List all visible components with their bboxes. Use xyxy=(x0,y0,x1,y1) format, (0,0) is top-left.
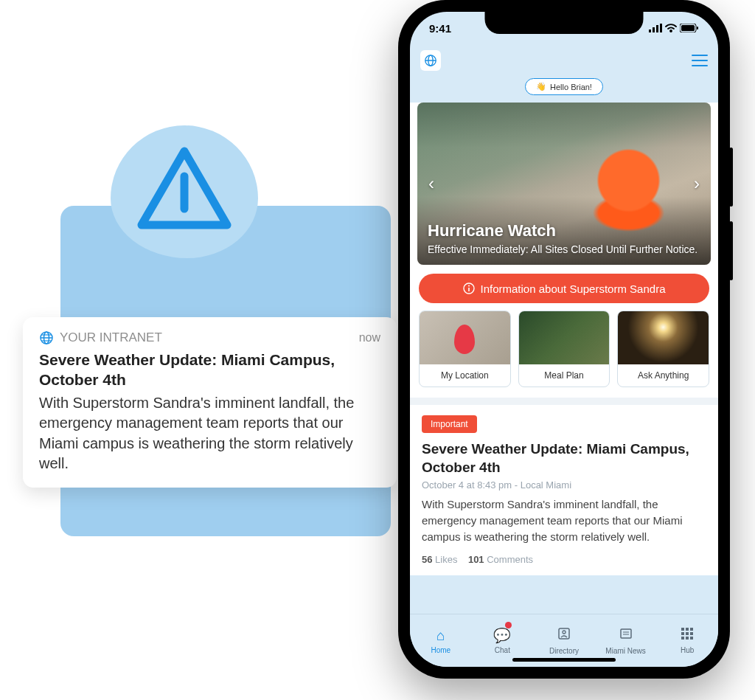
greeting-row: 👋 Hello Brian! xyxy=(410,77,718,103)
globe-icon xyxy=(424,54,437,67)
wave-icon: 👋 xyxy=(536,82,546,91)
battery-icon xyxy=(680,24,699,32)
comments-label: Comments xyxy=(487,554,533,565)
phone-notch xyxy=(485,12,644,34)
tile-ask-anything[interactable]: Ask Anything xyxy=(617,311,709,387)
alert-banner-button[interactable]: Information about Superstorm Sandra xyxy=(419,274,709,303)
menu-button[interactable] xyxy=(692,55,708,66)
globe-icon xyxy=(39,330,54,345)
hero-carousel[interactable]: ‹ › Hurricane Watch Effective Immediatel… xyxy=(417,103,711,265)
svg-rect-8 xyxy=(656,25,658,32)
svg-rect-6 xyxy=(649,30,651,32)
notification-title: Severe Weather Update: Miami Campus, Oct… xyxy=(39,350,380,390)
notification-body: With Superstorm Sandra's imminent landfa… xyxy=(39,393,380,474)
svg-rect-7 xyxy=(653,27,655,32)
tile-my-location[interactable]: My Location xyxy=(419,311,511,387)
tab-hub[interactable]: Hub xyxy=(656,614,718,667)
comments-count: 101 xyxy=(468,554,484,565)
hero-subtitle: Effective Immediately: All Sites Closed … xyxy=(428,243,700,256)
status-time: 9:41 xyxy=(429,22,451,35)
svg-rect-28 xyxy=(681,632,684,635)
svg-rect-32 xyxy=(686,637,689,640)
hero-title: Hurricane Watch xyxy=(428,221,700,240)
svg-rect-31 xyxy=(681,637,684,640)
post-stats: 56 Likes 101 Comments xyxy=(422,554,706,565)
alert-banner-label: Information about Superstorm Sandra xyxy=(481,283,666,295)
tab-home[interactable]: ⌂ Home xyxy=(410,614,472,667)
grid-icon xyxy=(681,627,694,644)
notification-time: now xyxy=(359,331,380,344)
notification-header: YOUR INTRANET now xyxy=(39,330,380,345)
svg-rect-25 xyxy=(681,628,684,631)
notification-dot-icon xyxy=(505,622,512,628)
home-indicator[interactable] xyxy=(512,658,616,662)
tile-image xyxy=(420,311,510,364)
greeting-text: Hello Brian! xyxy=(550,83,592,91)
likes-count: 56 xyxy=(422,554,432,565)
phone-mockup-frame: 9:41 👋 Hello Brian! ‹ › xyxy=(398,0,730,679)
tile-image xyxy=(618,311,709,364)
svg-rect-22 xyxy=(621,629,631,638)
svg-rect-27 xyxy=(690,628,693,631)
main-content: ‹ › Hurricane Watch Effective Immediatel… xyxy=(410,103,718,575)
tile-label: Meal Plan xyxy=(519,364,610,387)
tab-label: Chat xyxy=(495,646,510,654)
news-icon xyxy=(619,626,633,645)
tab-label: Directory xyxy=(549,647,579,655)
chat-icon: 💬 xyxy=(493,627,511,644)
tab-label: Miami News xyxy=(605,647,645,655)
notification-app-name: YOUR INTRANET xyxy=(60,330,162,345)
quick-tiles-row: My Location Meal Plan Ask Anything xyxy=(410,311,718,398)
post-meta: October 4 at 8:43 pm - Local Miami xyxy=(422,479,706,491)
svg-point-19 xyxy=(468,285,470,287)
section-divider xyxy=(410,398,718,405)
wifi-icon xyxy=(665,24,677,32)
post-body: With Superstorm Sandra's imminent landfa… xyxy=(422,496,706,544)
feed-post[interactable]: Important Severe Weather Update: Miami C… xyxy=(410,405,718,575)
push-notification-card[interactable]: YOUR INTRANET now Severe Weather Update:… xyxy=(23,317,397,488)
likes-label: Likes xyxy=(435,554,457,565)
svg-rect-29 xyxy=(686,632,689,635)
directory-icon xyxy=(557,626,571,645)
app-header xyxy=(410,44,718,77)
post-title: Severe Weather Update: Miami Campus, Oct… xyxy=(422,440,706,477)
svg-rect-33 xyxy=(690,637,693,640)
status-bar-icons xyxy=(649,24,699,32)
carousel-next-button[interactable]: › xyxy=(686,173,708,195)
svg-rect-9 xyxy=(660,24,662,32)
svg-point-10 xyxy=(670,30,672,32)
svg-rect-30 xyxy=(690,632,693,635)
phone-screen: 9:41 👋 Hello Brian! ‹ › xyxy=(410,12,718,667)
signal-icon xyxy=(649,24,662,32)
svg-rect-26 xyxy=(686,628,689,631)
warning-triangle-icon xyxy=(134,145,234,234)
tile-image xyxy=(519,311,610,364)
svg-rect-13 xyxy=(697,27,698,30)
tile-label: Ask Anything xyxy=(618,364,709,387)
svg-point-21 xyxy=(563,631,566,634)
tile-meal-plan[interactable]: Meal Plan xyxy=(518,311,610,387)
greeting-pill[interactable]: 👋 Hello Brian! xyxy=(525,78,603,95)
home-icon: ⌂ xyxy=(436,628,445,644)
hero-overlay-text: Hurricane Watch Effective Immediately: A… xyxy=(428,221,700,256)
svg-rect-12 xyxy=(681,25,695,31)
tab-label: Home xyxy=(431,646,450,654)
post-badge: Important xyxy=(422,415,477,433)
carousel-prev-button[interactable]: ‹ xyxy=(420,173,442,195)
tab-label: Hub xyxy=(681,646,694,654)
tile-label: My Location xyxy=(420,364,510,387)
app-logo-button[interactable] xyxy=(420,50,441,71)
info-icon xyxy=(463,283,475,294)
